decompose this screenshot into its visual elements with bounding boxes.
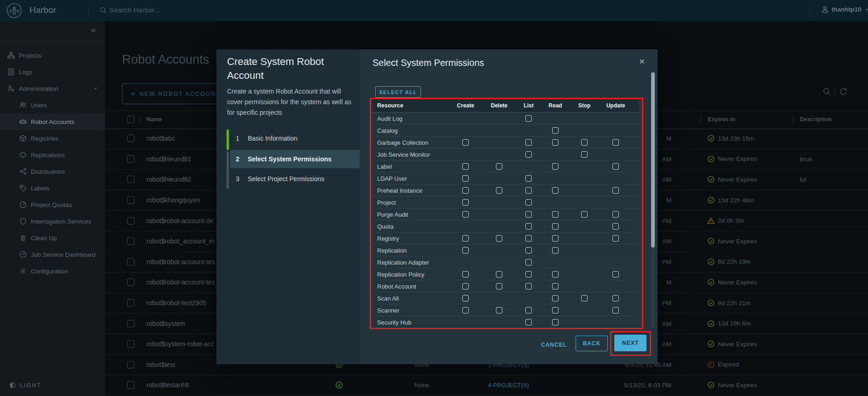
robot-name[interactable]: robot$khongquyen [146,196,200,204]
success-icon [707,237,715,245]
row-checkbox[interactable] [127,320,134,327]
sidebar-item-projects[interactable]: Projects [0,47,105,64]
sidebar-item-label: Labels [31,185,49,192]
sidebar-item-interrogation-services[interactable]: Interrogation Services [0,213,105,230]
row-checkbox[interactable] [127,196,134,204]
sidebar-item-users[interactable]: Users [0,97,105,113]
robot-name[interactable]: robot$robot-account-tes [146,258,215,266]
gear-icon [19,267,27,275]
expires-cell: Never Expires [707,278,757,286]
success-icon [707,135,715,142]
sidebar-item-configuration[interactable]: Configuration [0,263,105,279]
wizard-step-select-project-permissions[interactable]: 3Select Project Permissions [230,170,360,188]
success-icon [707,176,715,183]
modal-description: Create a system Robot Account that will … [227,86,355,118]
sidebar-collapse-button[interactable]: « [91,25,96,35]
users-icon [19,101,27,109]
robot-name[interactable]: robot$robot-test2905 [146,299,206,307]
robot-name[interactable]: robot$system-robot-acc [146,340,214,348]
column-header-expires[interactable]: Expires in [708,116,735,123]
expires-text: 8d 22h 21m [718,300,751,307]
step-label: Select System Permissions [248,155,332,163]
row-checkbox[interactable] [127,176,134,183]
robot-name[interactable]: robot$robot_account_ei [146,237,214,245]
sidebar-item-registries[interactable]: Registries [0,130,105,147]
expires-cell: Never Expires [707,340,757,348]
sidebar-item-replications[interactable]: Replications [0,147,105,163]
cancel-button[interactable]: CANCEL [536,342,571,348]
theme-toggle[interactable]: LIGHT [9,382,41,389]
search-icon [99,6,107,14]
sidebar-item-logs[interactable]: Logs [0,64,105,80]
administration-icon [7,85,15,92]
user-name: thanhtp10 [832,6,862,13]
robot-name[interactable]: robot$abc [146,135,175,142]
close-icon[interactable]: × [639,56,645,67]
expires-text: 8d 22h 19m [718,258,751,265]
select-all-button[interactable]: SELECT ALL [375,86,421,98]
row-checkbox[interactable] [127,155,134,163]
wizard-step-select-system-permissions[interactable]: 2Select System Permissions [230,150,360,168]
logs-icon [7,68,15,76]
table-search-icon[interactable] [822,87,831,96]
step-number: 1 [236,135,242,142]
sidebar-item-label: Interrogation Services [31,218,91,225]
refresh-icon[interactable] [839,87,848,96]
robot-name[interactable]: robot$system [146,320,185,327]
sidebar-item-project-quotas[interactable]: Project Quotas [0,196,105,213]
enabled-icon [335,381,343,389]
row-checkbox[interactable] [127,340,134,348]
robot-name[interactable]: robot$testanhlt [146,381,189,389]
row-checkbox[interactable] [127,381,134,389]
expires-cell: Never Expires [707,381,757,389]
theme-toggle-label: LIGHT [20,382,41,389]
sidebar-item-label: Job Service Dashboard [31,251,95,258]
scrollbar-thumb[interactable] [651,72,655,248]
sidebar-item-labels[interactable]: Labels [0,180,105,196]
chevron-down-icon [93,85,99,91]
sidebar-item-label: Registries [31,135,58,142]
sidebar-item-clean-up[interactable]: Clean Up [0,230,105,246]
sidebar-item-job-service-dashboard[interactable]: Job Service Dashboard [0,246,105,263]
row-checkbox[interactable] [127,135,134,142]
robot-name[interactable]: robot$robot-account-de [146,217,214,225]
column-header-description[interactable]: Description [800,116,832,123]
expires-cell: Expired [707,361,739,368]
select-all-rows-checkbox[interactable] [127,116,134,123]
sidebar-item-robot-accounts[interactable]: Robot Accounts [0,113,105,130]
theme-icon [9,382,16,389]
wizard-step-basic-information[interactable]: 1Basic Information [230,130,360,147]
sidebar-item-label: Replications [31,152,65,159]
success-icon [707,258,715,266]
wizard-side-panel: Create System Robot Account Create a sys… [216,49,360,364]
expires-text: Expired [718,361,739,368]
row-checkbox[interactable] [127,217,134,225]
sidebar-item-distributions[interactable]: Distributions [0,163,105,180]
column-header-name[interactable]: Name [146,116,162,123]
registry-icon [19,135,27,142]
sidebar-item-label: Clean Up [31,235,57,242]
row-checkbox[interactable] [127,361,134,368]
robot-name[interactable]: robot$test [146,361,175,368]
sidebar-item-label: Projects [19,52,41,59]
success-icon [707,340,715,348]
back-button[interactable]: BACK [576,336,608,351]
sidebar-item-administration[interactable]: Administration [0,80,105,97]
table-row: robot$testanhltNone4 PROJECT(S)5/13/25, … [105,375,868,396]
distribution-icon [19,168,27,175]
harbor-logo-icon [6,2,23,19]
robot-name[interactable]: robot$hieund82 [146,176,191,183]
projects-link[interactable]: 4 PROJECT(S) [488,382,529,389]
create-robot-account-modal: Create System Robot Account Create a sys… [216,49,658,364]
robot-name[interactable]: robot$robot-account-tes [146,278,215,286]
row-checkbox[interactable] [127,278,134,286]
row-checkbox[interactable] [127,299,134,307]
robot-name[interactable]: robot$hieund81 [146,155,191,163]
row-checkbox[interactable] [127,237,134,245]
plus-icon: + [131,89,135,99]
expires-cell: Never Expires [707,155,757,163]
robot-icon [19,118,27,125]
user-menu[interactable]: thanhtp10 [821,6,868,13]
global-search[interactable]: Search Harbor... [99,6,160,14]
row-checkbox[interactable] [127,258,134,266]
